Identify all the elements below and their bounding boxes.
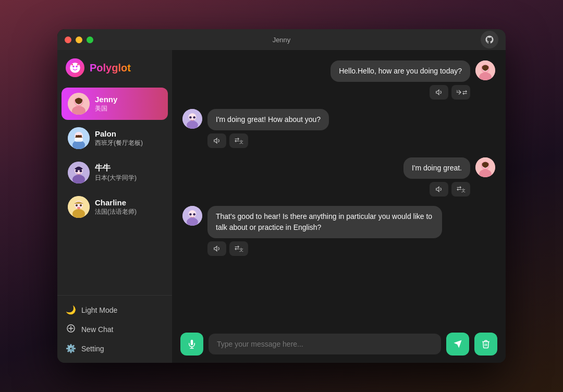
light-mode-button[interactable]: 🌙 Light Mode — [66, 303, 164, 317]
mic-button[interactable] — [180, 333, 203, 356]
svg-point-13 — [76, 135, 78, 137]
chat-name-jenny: Jenny — [95, 95, 162, 104]
msg-avatar-outgoing-1 — [475, 60, 495, 80]
chat-info-palon: Palon 西班牙(餐厅老板) — [95, 129, 162, 148]
titlebar: Jenny — [57, 29, 506, 50]
avatar-niubu — [68, 162, 90, 183]
svg-point-23 — [76, 204, 78, 206]
send-button[interactable] — [446, 333, 469, 356]
chat-sub-jenny: 美国 — [95, 104, 162, 113]
input-area — [172, 325, 506, 363]
setting-label: Setting — [81, 345, 104, 353]
avatar-jenny — [68, 93, 90, 115]
gear-icon: ⚙️ — [66, 344, 76, 353]
moon-icon: 🌙 — [66, 305, 76, 315]
msg-content-3: I'm doing great. ⇄文 — [403, 157, 470, 197]
message-row-3: I'm doing great. ⇄文 — [182, 157, 495, 197]
action-btns-2: ⇄文 — [207, 133, 329, 148]
setting-button[interactable]: ⚙️ Setting — [66, 341, 164, 356]
translate-button-3[interactable]: ⇄文 — [451, 182, 470, 197]
svg-point-19 — [80, 170, 82, 173]
traffic-lights — [65, 36, 93, 43]
translate-button-2[interactable]: ⇄文 — [229, 133, 248, 148]
message-row-2: I'm doing great! How about you? ⇄文 — [182, 109, 495, 148]
chat-name-charline: Charline — [95, 198, 162, 207]
avatar-palon — [68, 127, 90, 149]
new-chat-label: New Chat — [81, 325, 113, 334]
svg-point-3 — [71, 64, 73, 65]
chat-list: Jenny 美国 — [57, 83, 172, 295]
svg-text:文: 文 — [456, 90, 458, 92]
action-btns-4: ⇄文 — [207, 241, 442, 256]
translate-button-4[interactable]: ⇄文 — [229, 241, 248, 256]
chat-name-palon: Palon — [95, 129, 162, 138]
svg-point-25 — [77, 207, 80, 209]
github-button[interactable] — [481, 31, 498, 48]
light-mode-label: Light Mode — [81, 306, 117, 314]
speak-button-1[interactable] — [430, 85, 448, 100]
svg-point-1 — [72, 66, 75, 68]
chat-sub-palon: 西班牙(餐厅老板) — [95, 139, 162, 148]
svg-point-38 — [193, 116, 195, 119]
translate-button-1[interactable]: 文 ⇄ — [451, 85, 470, 100]
window-title: Jenny — [273, 36, 291, 44]
chat-info-jenny: Jenny 美国 — [95, 95, 162, 113]
delete-button[interactable] — [474, 333, 497, 356]
action-btns-3: ⇄文 — [430, 182, 470, 197]
action-btns-1: 文 ⇄ — [430, 85, 470, 100]
svg-point-24 — [80, 204, 82, 206]
bubble-2: I'm doing great! How about you? — [207, 109, 329, 130]
sidebar-item-niubu[interactable]: 牛牛 日本(大学同学) — [62, 156, 168, 189]
msg-avatar-incoming-4 — [182, 206, 202, 226]
svg-point-46 — [189, 213, 192, 216]
new-chat-icon — [66, 324, 76, 334]
speak-button-2[interactable] — [207, 133, 226, 148]
chat-name-niubu: 牛牛 — [95, 163, 162, 173]
message-row-4: That's good to hear! Is there anything i… — [182, 206, 495, 256]
chat-sub-niubu: 日本(大学同学) — [95, 174, 162, 182]
svg-point-47 — [193, 213, 195, 216]
svg-point-14 — [80, 135, 82, 137]
message-input[interactable] — [209, 334, 441, 354]
speak-button-4[interactable] — [207, 241, 226, 256]
messages-area: Hello.Hello, how are you doing today? — [172, 50, 506, 325]
sidebar-item-palon[interactable]: Palon 西班牙(餐厅老板) — [62, 122, 168, 154]
logo-icon — [66, 58, 84, 77]
chat-info-charline: Charline 法国(法语老师) — [95, 198, 162, 216]
speak-button-3[interactable] — [430, 182, 448, 197]
svg-point-2 — [76, 66, 78, 68]
minimize-button[interactable] — [76, 36, 82, 43]
sidebar-item-charline[interactable]: Charline 法国(法语老师) — [62, 191, 168, 223]
svg-point-37 — [189, 116, 192, 119]
bubble-4: That's good to hear! Is there anything i… — [207, 206, 442, 238]
svg-rect-12 — [75, 138, 83, 142]
maximize-button[interactable] — [87, 36, 93, 43]
svg-point-0 — [70, 63, 80, 73]
sidebar-header: Polyglot — [57, 50, 172, 83]
close-button[interactable] — [65, 36, 71, 43]
bubble-1: Hello.Hello, how are you doing today? — [331, 60, 470, 82]
msg-avatar-outgoing-3 — [475, 157, 495, 177]
svg-point-4 — [77, 64, 79, 65]
chat-sub-charline: 法国(法语老师) — [95, 207, 162, 216]
message-row-1: Hello.Hello, how are you doing today? — [182, 60, 495, 100]
bubble-3: I'm doing great. — [403, 157, 470, 179]
msg-content-4: That's good to hear! Is there anything i… — [207, 206, 442, 256]
avatar-charline — [68, 196, 90, 218]
chat-panel: Hello.Hello, how are you doing today? — [172, 50, 506, 363]
new-chat-button[interactable]: New Chat — [66, 322, 164, 336]
svg-point-18 — [76, 170, 78, 173]
sidebar: Polyglot Jenny — [57, 50, 172, 363]
chat-info-niubu: 牛牛 日本(大学同学) — [95, 163, 162, 182]
msg-content-2: I'm doing great! How about you? ⇄文 — [207, 109, 329, 148]
app-name: Polyglot — [90, 62, 131, 74]
msg-content-1: Hello.Hello, how are you doing today? — [331, 60, 470, 100]
sidebar-item-jenny[interactable]: Jenny 美国 — [62, 88, 168, 120]
msg-avatar-incoming-2 — [182, 109, 202, 129]
sidebar-footer: 🌙 Light Mode New Chat ⚙️ Setti — [57, 295, 172, 363]
